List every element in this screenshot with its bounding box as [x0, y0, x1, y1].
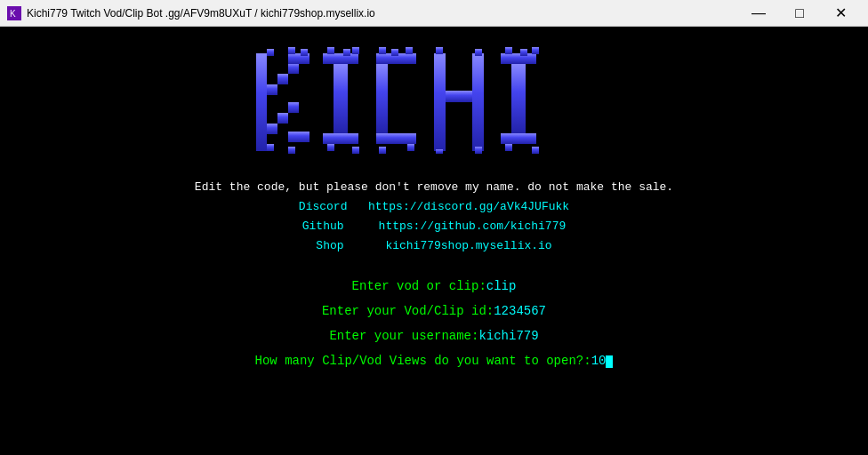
svg-rect-39 [267, 144, 274, 151]
svg-rect-22 [501, 53, 536, 64]
clip-id-label: Enter your Vod/Clip id: [322, 304, 494, 318]
shop-url: kichi779shop.mysellix.io [385, 239, 551, 252]
svg-rect-29 [343, 49, 350, 56]
svg-rect-18 [376, 133, 416, 144]
svg-rect-36 [505, 47, 512, 54]
svg-rect-13 [323, 53, 358, 64]
svg-rect-2 [256, 53, 267, 151]
svg-rect-20 [446, 91, 472, 102]
svg-rect-47 [505, 144, 512, 151]
svg-rect-15 [323, 133, 358, 144]
svg-rect-41 [327, 144, 334, 151]
close-button[interactable]: ✕ [820, 0, 861, 27]
svg-rect-8 [267, 124, 277, 134]
info-discord-line: Discord https://discord.gg/aVk4JUFukk [195, 197, 673, 217]
svg-rect-32 [391, 49, 398, 56]
info-section: Edit the code, but please don't remove m… [195, 178, 673, 256]
logo-container [247, 44, 621, 164]
svg-rect-9 [288, 53, 299, 64]
kichi-logo [247, 44, 621, 160]
svg-rect-21 [472, 53, 484, 151]
shop-label: Shop [316, 239, 343, 252]
clip-id-prompt: Enter your Vod/Clip id:1234567 [255, 299, 614, 323]
svg-rect-35 [475, 49, 482, 56]
username-label: Enter your username: [329, 329, 478, 343]
svg-rect-19 [434, 53, 446, 151]
svg-rect-45 [436, 149, 443, 154]
svg-rect-44 [407, 144, 414, 151]
svg-rect-37 [520, 49, 527, 56]
info-line-1: Edit the code, but please don't remove m… [195, 178, 673, 197]
svg-rect-27 [301, 49, 308, 56]
svg-rect-4 [277, 74, 288, 84]
github-url: https://github.com/kichi779 [379, 220, 567, 233]
svg-rect-11 [299, 132, 309, 142]
svg-rect-23 [511, 64, 526, 133]
title-bar: K Kichi779 Twitch Vod/Clip Bot .gg/AFV9m… [0, 0, 868, 27]
clip-id-value: 1234567 [494, 304, 546, 318]
info-github-line: Github https://github.com/kichi779 [195, 217, 673, 236]
discord-label: Discord [299, 200, 348, 213]
svg-rect-14 [334, 64, 348, 133]
svg-rect-12 [288, 132, 299, 142]
vod-or-clip-label: Enter vod or clip: [352, 279, 486, 293]
views-prompt: How many Clip/Vod Views do you want to o… [255, 348, 614, 373]
svg-text:K: K [10, 9, 16, 19]
svg-rect-5 [288, 63, 299, 74]
svg-rect-34 [436, 47, 443, 54]
discord-url: https://discord.gg/aVk4JUFukk [368, 200, 569, 213]
svg-rect-43 [379, 147, 386, 154]
info-shop-line: Shop kichi779shop.mysellix.io [195, 236, 673, 256]
svg-rect-17 [376, 64, 388, 133]
views-value: 10 [591, 354, 607, 368]
maximize-button[interactable]: □ [779, 0, 820, 27]
svg-rect-48 [532, 147, 539, 154]
svg-rect-6 [288, 102, 299, 113]
svg-rect-3 [267, 84, 277, 95]
minimize-button[interactable]: — [738, 0, 779, 27]
username-value: kichi779 [478, 329, 538, 343]
username-prompt: Enter your username:kichi779 [255, 323, 614, 348]
main-content: Edit the code, but please don't remove m… [0, 27, 868, 455]
window-controls: — □ ✕ [738, 0, 861, 27]
svg-rect-38 [532, 47, 539, 54]
cursor-blink [606, 355, 613, 368]
svg-rect-46 [475, 147, 482, 154]
github-label: Github [302, 220, 344, 233]
svg-rect-7 [277, 113, 288, 124]
vod-or-clip-prompt: Enter vod or clip:clip [255, 274, 614, 299]
svg-rect-40 [288, 147, 295, 154]
svg-rect-33 [406, 47, 413, 54]
svg-rect-26 [288, 47, 295, 54]
svg-rect-30 [352, 47, 359, 54]
prompts-section: Enter vod or clip:clip Enter your Vod/Cl… [255, 274, 614, 373]
svg-rect-24 [501, 133, 536, 144]
svg-rect-28 [327, 47, 334, 54]
vod-or-clip-value: clip [486, 279, 517, 293]
svg-rect-25 [267, 49, 274, 56]
svg-rect-42 [352, 147, 359, 154]
window-title: Kichi779 Twitch Vod/Clip Bot .gg/AFV9m8U… [27, 7, 738, 20]
app-icon: K [7, 6, 21, 20]
svg-rect-31 [379, 47, 386, 54]
views-label: How many Clip/Vod Views do you want to o… [255, 354, 591, 368]
